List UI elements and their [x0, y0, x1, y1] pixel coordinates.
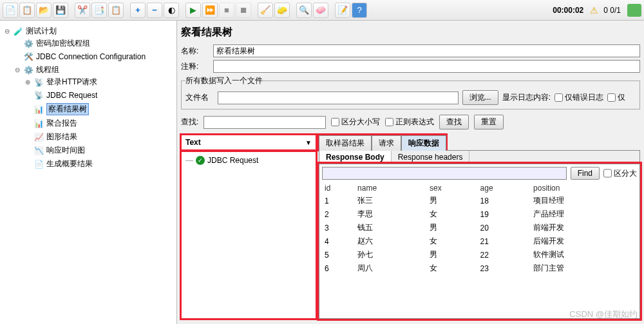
- find-field[interactable]: [322, 167, 567, 180]
- search-field[interactable]: [204, 116, 326, 129]
- help-button[interactable]: ?: [352, 3, 367, 18]
- render-selector[interactable]: Text ▼: [181, 135, 316, 150]
- comment-field[interactable]: [213, 60, 640, 73]
- response-body-panel: Find 区分大 idnamesexageposition 1张三男18项目经理…: [319, 164, 640, 319]
- thread-counter: 0 0/1: [601, 6, 623, 15]
- open-button[interactable]: 📂: [36, 3, 52, 18]
- result-tabs: 取样器结果 请求 响应数据: [319, 135, 446, 150]
- tree-item[interactable]: 图形结果: [46, 131, 77, 142]
- sampler-icon: 📡: [33, 90, 44, 100]
- tree-item[interactable]: JDBC Connection Configuration: [36, 52, 146, 61]
- chevron-down-icon: ▼: [305, 139, 312, 146]
- tree-item[interactable]: 线程组: [36, 64, 59, 75]
- tree-item[interactable]: 生成概要结果: [46, 158, 93, 169]
- copy-button[interactable]: 📑: [91, 3, 107, 18]
- tree-item[interactable]: 密码加密线程组: [36, 38, 90, 49]
- collapse-button[interactable]: −: [147, 3, 162, 18]
- new-button[interactable]: 📄: [3, 3, 18, 18]
- gear-icon: ⚙️: [23, 65, 33, 75]
- tree-root[interactable]: 测试计划: [26, 26, 57, 37]
- subtab-response-body[interactable]: Response Body: [319, 151, 392, 164]
- paste-button[interactable]: 📋: [108, 3, 124, 18]
- listener-icon: 📈: [33, 132, 44, 142]
- start-no-pause-button[interactable]: ⏩: [202, 3, 218, 18]
- tab-sampler-result[interactable]: 取样器结果: [319, 135, 372, 151]
- expand-button[interactable]: +: [130, 3, 146, 18]
- regex-checkbox[interactable]: 正则表达式: [385, 117, 434, 128]
- search-label: 查找:: [181, 117, 198, 128]
- listener-icon: 📊: [33, 104, 44, 115]
- subtab-response-headers[interactable]: Response headers: [392, 151, 470, 164]
- tree-item[interactable]: 聚合报告: [46, 118, 77, 129]
- table-row: 2李思女19产品经理: [322, 207, 637, 221]
- tree-item[interactable]: JDBC Request: [46, 91, 97, 100]
- table-header: age: [478, 182, 531, 194]
- test-plan-tree[interactable]: ⊖🧪测试计划 ⚙️密码加密线程组 🛠️JDBC Connection Confi…: [0, 21, 177, 324]
- panel-title: 察看结果树: [181, 26, 640, 39]
- table-header: sex: [427, 182, 478, 194]
- success-only-checkbox[interactable]: 仅: [607, 92, 636, 103]
- success-icon: ✓: [196, 156, 205, 165]
- clear-button[interactable]: 🧹: [258, 3, 273, 18]
- tree-item-selected[interactable]: 察看结果树: [46, 103, 89, 115]
- show-log-label: 显示日志内容:: [502, 92, 551, 103]
- find-case-checkbox[interactable]: 区分大: [603, 167, 637, 180]
- tree-item[interactable]: 响应时间图: [46, 145, 85, 156]
- filename-label: 文件名: [185, 92, 214, 103]
- table-row: 6周八女23部门主管: [322, 262, 637, 275]
- file-output-fieldset: 所有数据写入一个文件 文件名 浏览... 显示日志内容: 仅错误日志 仅: [181, 75, 640, 110]
- tab-response-data[interactable]: 响应数据: [401, 135, 446, 151]
- comment-label: 注释:: [181, 61, 209, 72]
- search-button[interactable]: 🔍: [296, 3, 312, 18]
- table-row: 5孙七男22软件测试: [322, 248, 637, 262]
- find-button[interactable]: Find: [571, 167, 600, 180]
- file-legend: 所有数据写入一个文件: [185, 75, 263, 86]
- sampler-result-tree[interactable]: — ✓ JDBC Request: [181, 151, 316, 319]
- search-button[interactable]: 查找: [439, 115, 469, 129]
- tab-request[interactable]: 请求: [372, 135, 401, 151]
- shutdown-button[interactable]: ⏹: [236, 3, 251, 18]
- table-header: position: [531, 182, 637, 194]
- browse-button[interactable]: 浏览...: [462, 90, 498, 105]
- save-button[interactable]: 💾: [53, 3, 68, 18]
- response-subtabs: Response Body Response headers: [319, 150, 640, 164]
- clear-all-button[interactable]: 🧽: [274, 3, 290, 18]
- table-row: 1张三男18项目经理: [322, 194, 637, 207]
- error-only-checkbox[interactable]: 仅错误日志: [554, 92, 603, 103]
- response-data-table: idnamesexageposition 1张三男18项目经理2李思女19产品经…: [322, 182, 637, 316]
- listener-icon: 📄: [33, 159, 44, 169]
- table-row: 3钱五男20前端开发: [322, 221, 637, 234]
- listener-icon: 📊: [33, 119, 44, 129]
- sampler-icon: 📡: [33, 77, 44, 88]
- elapsed-time: 00:00:02: [553, 6, 587, 15]
- templates-button[interactable]: 📋: [19, 3, 35, 18]
- reset-search-button[interactable]: 🧼: [313, 3, 328, 18]
- case-sensitive-checkbox[interactable]: 区分大小写: [331, 117, 380, 128]
- listener-icon: 📉: [33, 146, 44, 156]
- name-field[interactable]: [213, 44, 640, 57]
- filename-field[interactable]: [218, 91, 459, 104]
- stop-button[interactable]: ■: [219, 3, 234, 18]
- table-header: id: [322, 182, 355, 194]
- reset-button[interactable]: 重置: [474, 115, 504, 129]
- warning-icon[interactable]: ⚠: [589, 5, 600, 15]
- main-toolbar: 📄 📋 📂 💾 ✂️ 📑 📋 + − ◐ ▶ ⏩ ■ ⏹ 🧹 🧽 🔍 🧼 📝 ?…: [0, 0, 644, 21]
- table-header: name: [355, 182, 427, 194]
- tree-item[interactable]: 登录HTTP请求: [46, 77, 97, 88]
- testplan-icon: 🧪: [13, 26, 23, 37]
- sampler-result-item[interactable]: — ✓ JDBC Request: [184, 155, 313, 166]
- status-indicator: [627, 4, 641, 17]
- config-icon: 🛠️: [23, 52, 33, 62]
- cut-button[interactable]: ✂️: [75, 3, 90, 18]
- table-row: 4赵六女21后端开发: [322, 234, 637, 248]
- watermark: CSDN @佳期如约: [569, 309, 638, 320]
- toggle-button[interactable]: ◐: [164, 3, 179, 18]
- gear-icon: ⚙️: [23, 39, 33, 49]
- name-label: 名称:: [181, 46, 209, 57]
- start-button[interactable]: ▶: [185, 3, 201, 18]
- function-helper-button[interactable]: 📝: [335, 3, 350, 18]
